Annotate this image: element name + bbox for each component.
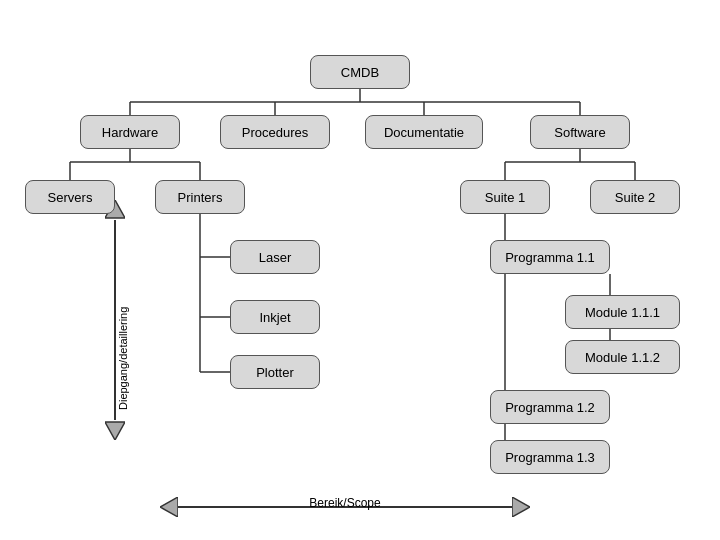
node-mod111: Module 1.1.1 — [565, 295, 680, 329]
node-software: Software — [530, 115, 630, 149]
node-procedures: Procedures — [220, 115, 330, 149]
node-suite1: Suite 1 — [460, 180, 550, 214]
node-prog13: Programma 1.3 — [490, 440, 610, 474]
node-hardware: Hardware — [80, 115, 180, 149]
node-cmdb: CMDB — [310, 55, 410, 89]
svg-marker-28 — [160, 497, 178, 517]
node-prog12: Programma 1.2 — [490, 390, 610, 424]
vertical-arrow-label: Diepgang/detaillering — [117, 230, 129, 410]
svg-marker-29 — [512, 497, 530, 517]
svg-marker-27 — [105, 422, 125, 440]
node-prog11: Programma 1.1 — [490, 240, 610, 274]
horizontal-arrow-label: Bereik/Scope — [178, 496, 512, 510]
arrow-right-head — [512, 497, 530, 517]
node-mod112: Module 1.1.2 — [565, 340, 680, 374]
node-servers: Servers — [25, 180, 115, 214]
horizontal-arrow: Bereik/Scope — [160, 490, 530, 524]
node-plotter: Plotter — [230, 355, 320, 389]
arrow-left-head — [160, 497, 178, 517]
node-printers: Printers — [155, 180, 245, 214]
diagram: Diepgang/detaillering Bereik/Scope CMDBH… — [0, 0, 720, 540]
vertical-arrow: Diepgang/detaillering — [95, 200, 135, 440]
node-documentatie: Documentatie — [365, 115, 483, 149]
arrow-down-head — [105, 420, 125, 440]
node-suite2: Suite 2 — [590, 180, 680, 214]
node-inkjet: Inkjet — [230, 300, 320, 334]
node-laser: Laser — [230, 240, 320, 274]
